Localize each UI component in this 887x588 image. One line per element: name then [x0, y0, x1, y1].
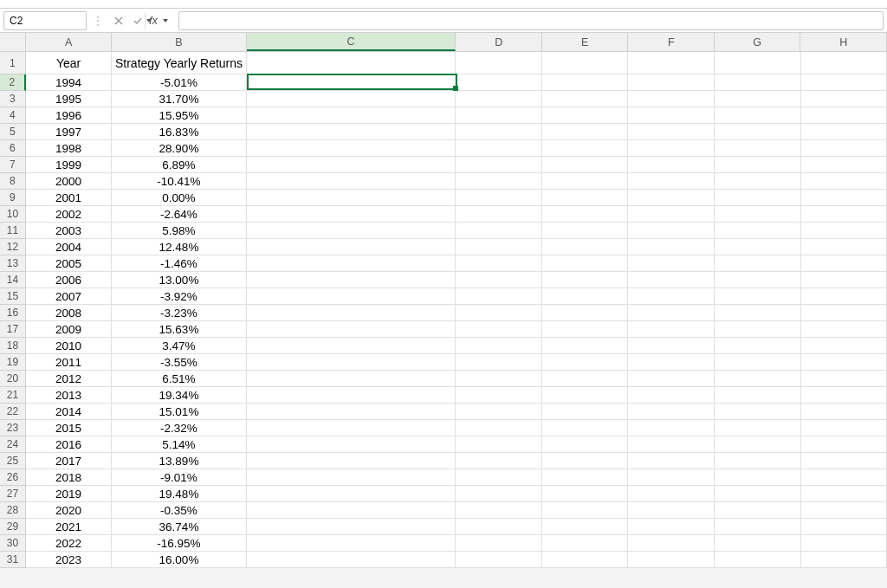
row-header-4[interactable]: 4: [0, 107, 26, 124]
row-header-25[interactable]: 25: [0, 453, 26, 469]
cell-B10[interactable]: -2.64%: [112, 206, 246, 223]
cell-B25[interactable]: 13.89%: [112, 453, 246, 469]
cell-H4[interactable]: [801, 107, 887, 124]
cell-C9[interactable]: [247, 190, 456, 206]
cell-G8[interactable]: [715, 173, 801, 190]
cell-H18[interactable]: [801, 338, 887, 354]
cell-A17[interactable]: 2009: [26, 321, 113, 338]
cell-H10[interactable]: [801, 206, 887, 223]
cell-A2[interactable]: 1994: [26, 74, 113, 91]
row-header-3[interactable]: 3: [0, 91, 26, 107]
cell-B11[interactable]: 5.98%: [112, 223, 246, 239]
cell-H11[interactable]: [801, 223, 887, 239]
cell-D12[interactable]: [456, 239, 542, 255]
cell-F9[interactable]: [628, 190, 715, 206]
cancel-icon[interactable]: [109, 11, 128, 30]
cell-E30[interactable]: [542, 535, 629, 552]
cell-E6[interactable]: [542, 140, 629, 157]
cell-H29[interactable]: [801, 519, 887, 535]
cell-B24[interactable]: 5.14%: [112, 436, 246, 453]
cell-E16[interactable]: [542, 305, 629, 321]
cell-E14[interactable]: [542, 272, 629, 288]
row-header-27[interactable]: 27: [0, 486, 26, 502]
cell-C11[interactable]: [247, 223, 456, 239]
row-header-24[interactable]: 24: [0, 436, 26, 453]
cell-H6[interactable]: [801, 140, 887, 157]
cell-F11[interactable]: [628, 223, 715, 239]
cell-C18[interactable]: [247, 338, 456, 354]
cell-G1[interactable]: [715, 52, 801, 74]
cell-D4[interactable]: [456, 107, 542, 124]
row-header-12[interactable]: 12: [0, 239, 26, 255]
cell-C27[interactable]: [247, 486, 456, 502]
cell-D11[interactable]: [456, 223, 542, 239]
cell-F16[interactable]: [628, 305, 715, 321]
cell-A5[interactable]: 1997: [26, 124, 113, 140]
cell-F26[interactable]: [628, 469, 715, 486]
row-header-16[interactable]: 16: [0, 305, 26, 321]
cell-D14[interactable]: [456, 272, 542, 288]
cell-B7[interactable]: 6.89%: [112, 157, 246, 173]
row-header-14[interactable]: 14: [0, 272, 26, 288]
cell-A21[interactable]: 2013: [26, 387, 113, 404]
cell-A28[interactable]: 2020: [26, 502, 113, 519]
cell-B26[interactable]: -9.01%: [112, 469, 246, 486]
cell-A14[interactable]: 2006: [26, 272, 113, 288]
cell-C14[interactable]: [247, 272, 456, 288]
cell-D1[interactable]: [456, 52, 542, 74]
cell-E10[interactable]: [542, 206, 629, 223]
cell-F31[interactable]: [628, 552, 715, 568]
cell-C7[interactable]: [247, 157, 456, 173]
cell-C22[interactable]: [247, 404, 456, 420]
name-box[interactable]: [3, 11, 87, 30]
row-header-22[interactable]: 22: [0, 404, 26, 420]
cell-G6[interactable]: [715, 140, 801, 157]
cell-B13[interactable]: -1.46%: [112, 255, 246, 272]
cell-D28[interactable]: [456, 502, 542, 519]
cell-F18[interactable]: [628, 338, 715, 354]
cell-A25[interactable]: 2017: [26, 453, 113, 469]
cell-F20[interactable]: [628, 371, 715, 387]
cell-G31[interactable]: [715, 552, 801, 568]
row-header-30[interactable]: 30: [0, 535, 26, 552]
cell-A15[interactable]: 2007: [26, 288, 113, 305]
cell-H1[interactable]: [801, 52, 887, 74]
cell-H27[interactable]: [801, 486, 887, 502]
cell-D10[interactable]: [456, 206, 542, 223]
cell-H19[interactable]: [801, 354, 887, 371]
cell-H13[interactable]: [801, 255, 887, 272]
cell-F21[interactable]: [628, 387, 715, 404]
cell-C25[interactable]: [247, 453, 456, 469]
cell-C13[interactable]: [247, 255, 456, 272]
cell-E12[interactable]: [542, 239, 629, 255]
cell-E19[interactable]: [542, 354, 629, 371]
cell-G23[interactable]: [715, 420, 801, 436]
cell-D19[interactable]: [456, 354, 542, 371]
cell-C8[interactable]: [247, 173, 456, 190]
cell-G10[interactable]: [715, 206, 801, 223]
cell-F4[interactable]: [628, 107, 715, 124]
row-header-5[interactable]: 5: [0, 124, 26, 140]
column-header-A[interactable]: A: [26, 33, 113, 51]
cell-C28[interactable]: [247, 502, 456, 519]
row-header-1[interactable]: 1: [0, 52, 26, 74]
cell-E22[interactable]: [542, 404, 629, 420]
cell-H17[interactable]: [801, 321, 887, 338]
cell-H5[interactable]: [801, 124, 887, 140]
cell-A13[interactable]: 2005: [26, 255, 113, 272]
cell-A30[interactable]: 2022: [26, 535, 113, 552]
cell-A19[interactable]: 2011: [26, 354, 113, 371]
cell-A8[interactable]: 2000: [26, 173, 113, 190]
fx-label[interactable]: fx: [147, 14, 159, 27]
cell-F24[interactable]: [628, 436, 715, 453]
cell-A31[interactable]: 2023: [26, 552, 113, 568]
cell-A23[interactable]: 2015: [26, 420, 113, 436]
cell-D24[interactable]: [456, 436, 542, 453]
cell-G12[interactable]: [715, 239, 801, 255]
cell-C4[interactable]: [247, 107, 456, 124]
cell-H23[interactable]: [801, 420, 887, 436]
cell-G22[interactable]: [715, 404, 801, 420]
cell-G17[interactable]: [715, 321, 801, 338]
cell-E25[interactable]: [542, 453, 629, 469]
cell-D9[interactable]: [456, 190, 542, 206]
